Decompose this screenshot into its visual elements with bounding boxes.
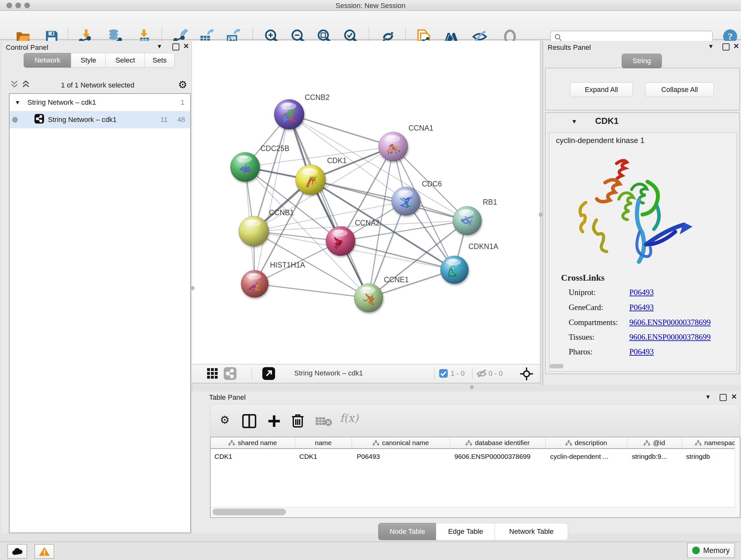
tab-network[interactable]: Network (23, 53, 71, 68)
svg-text:CCNA2: CCNA2 (355, 219, 380, 227)
maximize-table-button[interactable] (720, 394, 727, 401)
svg-text:CDC25B: CDC25B (260, 144, 289, 152)
crosslink-link[interactable]: P06493 (629, 288, 654, 297)
network-edge-count: 48 (178, 116, 185, 124)
collapse-caret-icon[interactable]: ▼ (15, 99, 20, 106)
table-row[interactable]: CDK1 CDK1 P06493 9606.ENSP00000378699 cy… (211, 449, 740, 462)
delete-column-icon[interactable] (291, 414, 304, 429)
svg-text:CCNA1: CCNA1 (408, 124, 433, 132)
tab-select[interactable]: Select (105, 53, 145, 68)
results-panel: Results Panel ▾ ✕ String Expand All Coll… (542, 41, 741, 385)
table-settings-gear-icon[interactable]: ⚙ (220, 414, 229, 426)
warning-icon (39, 547, 50, 556)
column-header-shared-name[interactable]: shared name (211, 437, 295, 448)
string-network-icon (35, 114, 44, 125)
column-header-canonical-name[interactable]: canonical name (352, 437, 450, 448)
protein-structure-image (566, 151, 694, 269)
footer-network-title: String Network – cdk1 (294, 369, 363, 377)
results-panel-title: Results Panel (548, 44, 591, 52)
tab-sets[interactable]: Sets (145, 53, 175, 68)
table-hscrollbar[interactable] (211, 507, 738, 517)
node-table: shared name name canonical name database… (210, 437, 740, 518)
network-node-count: 11 (160, 116, 168, 124)
gene-description: cyclin-dependent kinase 1 (556, 136, 645, 145)
network-group-count: 1 (181, 98, 185, 107)
open-in-window-icon[interactable] (262, 367, 275, 381)
crosslink-link[interactable]: P06493 (629, 303, 654, 312)
cell-canonical-name: P06493 (357, 453, 380, 460)
svg-text:HIST1H1A: HIST1H1A (270, 261, 306, 269)
column-header-name[interactable]: name (295, 437, 352, 448)
column-header-namespace[interactable]: namespace (682, 437, 740, 448)
column-header-database-identifier[interactable]: database identifier (450, 437, 546, 448)
tab-network-table[interactable]: Network Table (495, 523, 568, 540)
network-options-gear-icon[interactable]: ⚙ (178, 78, 187, 91)
warnings-button[interactable] (35, 544, 54, 559)
cell-name: CDK1 (299, 453, 317, 460)
gene-symbol: CDK1 (595, 116, 619, 126)
tab-style[interactable]: Style (71, 53, 106, 68)
collapse-all-button[interactable]: Collapse All (645, 82, 714, 97)
selected-checkbox-icon[interactable] (439, 369, 448, 379)
cloud-status-button[interactable] (7, 544, 27, 559)
network-canvas[interactable]: CCNB2CCNA1CDC25BCDK1CDC6RB1CCNB1CCNA2CDK… (192, 41, 541, 364)
tab-edge-table[interactable]: Edge Table (436, 523, 495, 540)
birds-eye-toggle-icon[interactable] (520, 367, 534, 382)
grid-view-icon[interactable] (207, 368, 218, 380)
cell-database-identifier: 9606.ENSP00000378699 (455, 453, 530, 460)
column-header-id[interactable]: @id (627, 437, 682, 448)
column-type-icon (644, 440, 650, 446)
left-splitter-handle[interactable] (191, 286, 195, 290)
collapse-all-networks-icon[interactable] (22, 79, 30, 90)
table-vscrollbar[interactable] (735, 437, 740, 507)
crosslink-link[interactable]: P06493 (629, 348, 654, 356)
current-network-dot-icon (12, 117, 18, 123)
network-item-row-selected[interactable]: String Network – cdk1 11 48 (10, 111, 190, 128)
selected-counts: 1 - 0 (451, 369, 465, 378)
crosslink-label: Compartments: (569, 318, 618, 327)
cell-id: stringdb:9... (632, 453, 667, 460)
crosslink-link[interactable]: 9606.ENSP00000378699 (629, 318, 711, 327)
results-hscroll-thumb[interactable] (549, 364, 563, 368)
float-results-button[interactable]: ▾ (709, 43, 713, 50)
network-view-share-icon[interactable] (224, 367, 237, 381)
float-table-button[interactable]: ▾ (706, 393, 710, 400)
column-type-icon (466, 440, 472, 446)
column-type-icon (695, 440, 701, 446)
memory-button[interactable]: Memory (687, 543, 735, 558)
column-header-description[interactable]: description (545, 437, 627, 448)
crosslink-label: Pharos: (569, 348, 593, 356)
window-title: Session: New Session (0, 2, 741, 10)
expand-all-networks-icon[interactable] (10, 79, 18, 90)
close-panel-button[interactable]: ✕ (183, 43, 189, 50)
float-panel-button[interactable]: ▾ (158, 43, 161, 50)
results-buttons-box: Expand All Collapse All (545, 68, 740, 111)
footer-separator (434, 367, 434, 380)
show-columns-icon[interactable] (242, 414, 256, 429)
cell-shared-name: CDK1 (214, 453, 232, 460)
add-column-icon[interactable] (267, 414, 281, 429)
table-hscroll-thumb[interactable] (212, 509, 286, 515)
control-panel-title: Control Panel (6, 44, 48, 52)
network-group-row[interactable]: ▼ String Network – cdk1 1 (10, 94, 190, 111)
tab-node-table[interactable]: Node Table (378, 523, 436, 540)
maximize-panel-button[interactable] (172, 44, 179, 51)
footer-separator (252, 367, 252, 380)
crosslink-link[interactable]: 9606.ENSP00000378699 (629, 333, 711, 341)
string-network-graph[interactable]: CCNB2CCNA1CDC25BCDK1CDC6RB1CCNB1CCNA2CDK… (192, 41, 539, 364)
gene-collapse-caret-icon[interactable]: ▼ (571, 118, 577, 125)
table-toolbar: ⚙ f(x) (210, 404, 740, 437)
memory-status-dot-icon (692, 547, 700, 554)
close-results-button[interactable]: ✕ (733, 43, 739, 50)
expand-all-button[interactable]: Expand All (570, 82, 633, 97)
svg-text:CCNB2: CCNB2 (305, 93, 330, 102)
maximize-results-button[interactable] (723, 44, 730, 51)
crosslinks-heading: CrossLinks (561, 273, 604, 283)
svg-text:CDK1: CDK1 (327, 157, 347, 165)
cell-description: cyclin-dependent ... (550, 453, 608, 460)
tab-string[interactable]: String (622, 54, 662, 68)
svg-text:CDKN1A: CDKN1A (468, 242, 498, 251)
close-table-button[interactable]: ✕ (731, 393, 737, 400)
network-selection-status: 1 of 1 Network selected (37, 81, 158, 89)
bottom-splitter-handle[interactable] (470, 385, 474, 389)
